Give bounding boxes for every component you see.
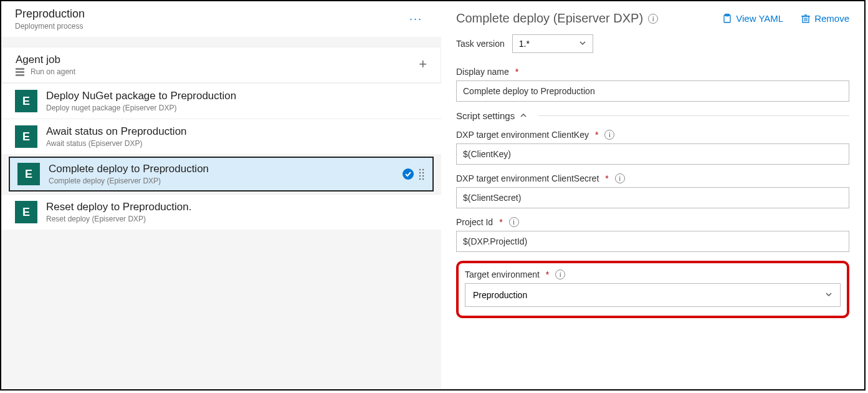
info-icon[interactable]: i <box>509 217 519 227</box>
info-icon[interactable]: i <box>555 269 565 279</box>
required-asterisk: * <box>595 130 598 140</box>
project-id-group: Project Id * i <box>456 217 849 252</box>
svg-point-3 <box>419 169 421 170</box>
agent-job-row[interactable]: Agent job Run on agent + <box>1 47 441 83</box>
task-details-header: Complete deploy (Episerver DXP) i View Y… <box>456 11 849 26</box>
agent-job-subtitle: Run on agent <box>16 67 75 76</box>
target-env-label: Target environment <box>465 269 540 279</box>
task-version-label: Task version <box>456 39 505 49</box>
trash-icon <box>801 14 811 24</box>
view-yaml-button[interactable]: View YAML <box>722 13 783 24</box>
task-subtitle: Complete deploy (Episerver DXP) <box>49 177 209 185</box>
project-id-label: Project Id <box>456 217 493 227</box>
info-icon[interactable]: i <box>648 14 658 24</box>
svg-point-5 <box>419 172 421 173</box>
script-settings-section[interactable]: Script settings <box>456 110 849 121</box>
agent-job-title: Agent job <box>16 54 75 66</box>
drag-handle-icon[interactable] <box>419 168 425 180</box>
task-subtitle: Deploy nuget package (Episerver DXP) <box>46 104 236 112</box>
task-version-row: Task version 1.* <box>456 34 849 53</box>
task-title: Await status on Preproduction <box>46 125 187 138</box>
project-id-input[interactable] <box>456 231 849 252</box>
required-asterisk: * <box>515 67 518 77</box>
client-key-group: DXP target environment ClientKey * i <box>456 130 849 165</box>
chevron-down-icon <box>825 290 832 300</box>
task-subtitle: Reset deploy (Episerver DXP) <box>46 215 191 223</box>
client-secret-group: DXP target environment ClientSecret * i <box>456 173 849 208</box>
svg-rect-2 <box>16 74 24 76</box>
more-actions-button[interactable]: ··· <box>409 12 422 26</box>
svg-point-6 <box>422 172 424 173</box>
task-title: Complete deploy to Preproduction <box>49 163 209 175</box>
task-extension-icon: E <box>15 90 37 112</box>
chevron-up-icon <box>520 110 527 121</box>
clipboard-icon <box>722 14 732 24</box>
stage-header: Preproduction Deployment process ··· <box>1 1 441 37</box>
task-row[interactable]: E Deploy NuGet package to Preproduction … <box>1 83 441 119</box>
display-name-label: Display name <box>456 67 509 77</box>
stage-title: Preproduction <box>15 7 85 21</box>
svg-point-7 <box>419 175 421 177</box>
client-secret-input[interactable] <box>456 187 849 208</box>
svg-point-8 <box>422 175 424 177</box>
task-title: Reset deploy to Preproduction. <box>46 201 191 213</box>
svg-rect-0 <box>16 68 24 70</box>
task-enabled-icon <box>403 168 414 180</box>
task-details-pane: Complete deploy (Episerver DXP) i View Y… <box>441 1 864 389</box>
required-asterisk: * <box>499 217 502 227</box>
svg-point-4 <box>422 169 424 170</box>
target-env-select[interactable]: Preproduction <box>465 283 841 307</box>
client-key-input[interactable] <box>456 143 849 165</box>
highlighted-target-env: Target environment * i Preproduction <box>456 261 849 318</box>
svg-rect-1 <box>16 71 24 73</box>
task-version-select[interactable]: 1.* <box>512 34 593 53</box>
info-icon[interactable]: i <box>604 130 614 140</box>
info-icon[interactable]: i <box>615 173 625 183</box>
chevron-down-icon <box>579 39 586 49</box>
client-secret-label: DXP target environment ClientSecret <box>456 173 599 183</box>
stage-subtitle: Deployment process <box>15 22 85 31</box>
task-row[interactable]: E Reset deploy to Preproduction. Reset d… <box>1 194 441 230</box>
selected-task-title: Complete deploy (Episerver DXP) <box>456 11 643 26</box>
task-extension-icon: E <box>15 125 37 148</box>
required-asterisk: * <box>605 173 608 183</box>
client-key-label: DXP target environment ClientKey <box>456 130 589 140</box>
add-task-button[interactable]: + <box>419 56 427 72</box>
task-extension-icon: E <box>15 201 37 223</box>
task-row[interactable]: E Await status on Preproduction Await st… <box>1 119 441 154</box>
remove-task-button[interactable]: Remove <box>801 13 849 24</box>
task-extension-icon: E <box>17 163 40 185</box>
task-row-selected[interactable]: E Complete deploy to Preproduction Compl… <box>9 157 434 192</box>
display-name-input[interactable] <box>456 80 849 102</box>
svg-point-10 <box>422 178 424 180</box>
task-list-pane: Preproduction Deployment process ··· Age… <box>1 1 441 389</box>
task-title: Deploy NuGet package to Preproduction <box>46 90 236 102</box>
task-subtitle: Await status (Episerver DXP) <box>46 139 187 148</box>
required-asterisk: * <box>546 269 549 279</box>
svg-point-9 <box>419 178 421 180</box>
agent-pool-icon <box>16 67 24 76</box>
display-name-group: Display name * <box>456 67 849 102</box>
